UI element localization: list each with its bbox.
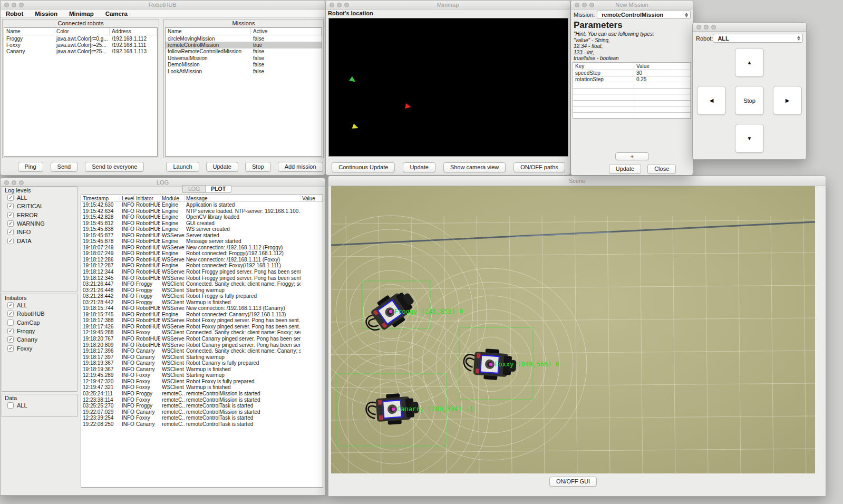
minimap-action-button[interactable]: Show camera view — [443, 162, 506, 172]
log-row[interactable]: 19:18:17:426 INFO RobotHUB WSServer Robo… — [81, 324, 323, 330]
column-header[interactable]: Name — [4, 28, 54, 35]
log-level-item[interactable]: INFO — [2, 228, 77, 236]
log-level-item[interactable]: WARNING — [2, 219, 77, 228]
log-row[interactable]: 12:19:45:289 INFO Foxxy WSClient Startin… — [81, 372, 323, 379]
log-row[interactable]: 19:15:45:812 INFO RobotHUB Engine GUI cr… — [81, 220, 323, 227]
log-row[interactable]: 12:23:38:114 INFO Foxxy remoteC... remot… — [81, 397, 323, 403]
close-button[interactable] — [330, 3, 334, 7]
log-row[interactable]: 19:18:17:388 INFO RobotHUB WSServer Robo… — [81, 317, 323, 324]
zoom-button[interactable] — [711, 25, 716, 30]
log-row[interactable]: 19:15:45:877 INFO RobotHUB WSServer Serv… — [81, 232, 323, 239]
close-button[interactable] — [575, 3, 579, 7]
mission-row[interactable]: LookAtMission false — [166, 68, 322, 74]
column-header[interactable]: Value — [301, 195, 323, 201]
zoom-button[interactable] — [19, 180, 24, 185]
robot-row[interactable]: Canarry java.awt.Color[r=25... /192.168.… — [4, 49, 157, 55]
minimap-action-button[interactable]: Update — [403, 162, 435, 172]
column-header[interactable]: Message — [185, 195, 301, 201]
minimize-button[interactable] — [337, 3, 342, 7]
minimap-titlebar[interactable]: Minimap — [326, 1, 570, 9]
mission-row[interactable]: UniversalMission false — [166, 55, 322, 61]
log-row[interactable]: 19:18:07:249 INFO RobotHUB WSServer New … — [81, 245, 323, 251]
checkbox[interactable] — [7, 319, 14, 326]
minimize-button[interactable] — [704, 25, 709, 30]
log-row[interactable]: 12:19:47:321 INFO Foxxy WSClient Warmup … — [81, 384, 323, 391]
mission-action-button[interactable]: Launch — [166, 162, 199, 172]
zoom-button[interactable] — [589, 3, 594, 7]
move-down-button[interactable]: ▼ — [735, 124, 764, 153]
move-left-button[interactable]: ◀ — [697, 86, 726, 115]
log-level-item[interactable]: CRITICAL — [2, 202, 77, 210]
robot-row[interactable]: Foxxy java.awt.Color[r=25... /192.168.1.… — [4, 42, 157, 48]
initiator-item[interactable]: Foxxy — [2, 344, 77, 352]
log-row[interactable]: 19:15:42:828 INFO RobotHUB Engine OpenCV… — [81, 214, 323, 220]
robot-action-button[interactable]: Ping — [18, 162, 43, 172]
checkbox[interactable] — [7, 345, 14, 352]
log-row[interactable]: 03:21:26:447 INFO Froggy WSClient Connec… — [81, 281, 323, 287]
initiator-item[interactable]: Froggy — [2, 327, 77, 335]
robot-action-button[interactable]: Send — [51, 162, 78, 172]
robothub-titlebar[interactable]: RobotHUB — [1, 1, 325, 9]
log-row[interactable]: 19:15:42:634 INFO RobotHUB Engine NTP se… — [81, 208, 323, 215]
mission-row[interactable]: DemoMission false — [166, 62, 322, 68]
mission-row[interactable]: circleMovingMission false — [166, 35, 322, 42]
column-header[interactable]: Timestamp — [81, 195, 120, 201]
log-row[interactable]: 12:23:39:254 INFO Foxxy remoteC... remot… — [81, 415, 323, 421]
log-row[interactable]: 03:21:28:442 INFO Froggy WSClient Robot … — [81, 293, 323, 299]
close-button[interactable] — [4, 3, 9, 7]
menu-item[interactable]: Camera — [105, 11, 128, 17]
robot-action-button[interactable]: Send to everyone — [85, 162, 144, 172]
mission-action-button[interactable]: Update — [206, 162, 238, 172]
minimap-action-button[interactable]: ON/OFF paths — [513, 162, 565, 172]
log-row[interactable]: 12:19:45:288 INFO Foxxy WSClient Connect… — [81, 329, 323, 336]
log-row[interactable]: 03:25:24:111 INFO Froggy remoteC... remo… — [81, 391, 323, 397]
checkbox[interactable] — [7, 238, 14, 244]
log-row[interactable]: 19:18:17:397 INFO Canarry WSClient Start… — [81, 354, 323, 361]
tab[interactable]: PLOT — [206, 185, 231, 193]
parameter-row[interactable] — [573, 88, 691, 94]
checkbox[interactable] — [7, 212, 14, 218]
checkbox[interactable] — [7, 203, 14, 209]
initiator-item[interactable]: CamCap — [2, 318, 77, 327]
log-row[interactable]: 19:18:15:744 INFO RobotHUB WSServer New … — [81, 305, 323, 312]
column-header[interactable]: Address — [110, 28, 157, 35]
checkbox[interactable] — [7, 229, 14, 235]
initiator-item[interactable]: RobotHUB — [2, 309, 77, 318]
parameter-row[interactable] — [573, 82, 691, 88]
move-right-button[interactable]: ▶ — [773, 86, 802, 115]
log-level-item[interactable]: ALL — [2, 193, 77, 202]
log-row[interactable]: 19:22:07:029 INFO Canarry remoteC... rem… — [81, 409, 323, 415]
column-header[interactable]: Color — [54, 28, 110, 35]
mission-action-button[interactable]: Stop — [245, 162, 271, 172]
parameter-row[interactable] — [573, 106, 691, 112]
log-row[interactable]: 03:25:25:270 INFO Froggy remoteC... remo… — [81, 403, 323, 409]
zoom-button[interactable] — [19, 3, 24, 7]
parameter-row[interactable]: rotationStep 0.25 — [573, 76, 691, 82]
stop-button[interactable]: Stop — [735, 86, 764, 115]
column-header[interactable]: Initiator — [134, 195, 160, 201]
column-header[interactable]: Value — [634, 63, 691, 70]
log-row[interactable]: 19:18:12:345 INFO RobotHUB WSServer Robo… — [81, 275, 323, 282]
checkbox[interactable] — [7, 328, 14, 334]
parameter-row[interactable] — [573, 100, 691, 106]
column-header[interactable]: Level — [120, 195, 134, 201]
new-mission-titlebar[interactable]: New Mission — [571, 1, 693, 9]
mission-row[interactable]: followRemoteControlledMission false — [166, 49, 322, 55]
move-up-button[interactable]: ▲ — [735, 48, 764, 77]
log-row[interactable]: 03:21:28:442 INFO Froggy WSClient Warmup… — [81, 299, 323, 306]
checkbox[interactable] — [7, 402, 14, 409]
close-button[interactable] — [696, 25, 701, 30]
close-button[interactable] — [4, 180, 9, 185]
minimap-action-button[interactable]: Continuous Update — [332, 162, 395, 172]
log-row[interactable]: 19:18:12:287 INFO RobotHUB Engine Robot … — [81, 263, 323, 269]
zoom-button[interactable] — [344, 3, 349, 7]
new-mission-action-button[interactable]: Close — [647, 164, 676, 174]
robot-dropdown[interactable]: ALL — [713, 34, 803, 43]
menu-item[interactable]: Mission — [35, 11, 57, 17]
parameter-row[interactable]: speedStep 30 — [573, 70, 691, 76]
initiator-item[interactable]: Canarry — [2, 335, 77, 344]
checkbox[interactable] — [7, 220, 14, 227]
minimize-button[interactable] — [582, 3, 587, 7]
log-row[interactable]: 19:18:17:396 INFO Canarry WSClient Conne… — [81, 348, 323, 354]
robot-row[interactable]: Froggy java.awt.Color[r=0,g... /192.168.… — [4, 35, 157, 42]
